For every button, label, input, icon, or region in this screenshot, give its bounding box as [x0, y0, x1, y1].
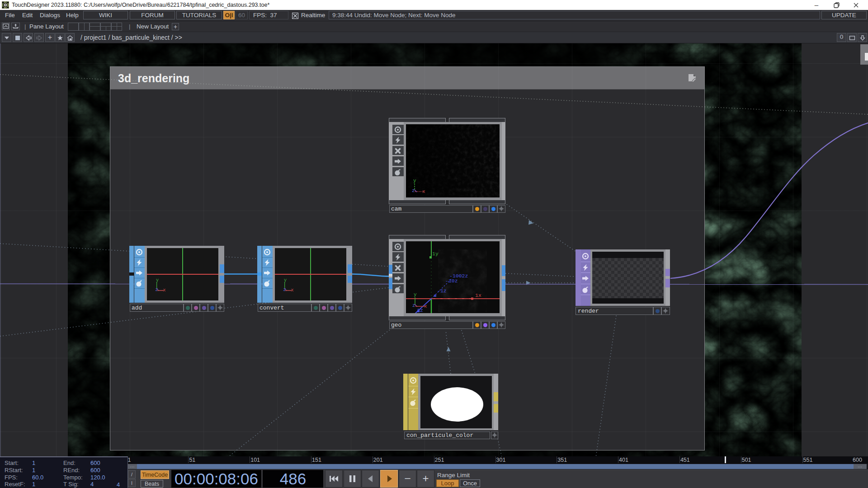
svg-text:-10z: -10z [445, 278, 458, 284]
svg-text:-1z: -1z [437, 288, 447, 294]
svg-text:y: y [284, 277, 287, 283]
svg-text:x: x [422, 189, 425, 194]
svg-text:y: y [414, 292, 417, 297]
svg-text:y: y [413, 178, 416, 183]
svg-text:1z: 1z [417, 307, 423, 313]
svg-text:1y: 1y [432, 251, 439, 257]
svg-text:1x: 1x [475, 292, 481, 298]
svg-text:x: x [163, 287, 166, 293]
svg-text:x: x [424, 304, 427, 309]
svg-text:x: x [291, 287, 294, 293]
svg-text:y: y [156, 277, 159, 283]
svg-text:z: z [412, 188, 415, 193]
svg-text:z: z [412, 303, 415, 308]
